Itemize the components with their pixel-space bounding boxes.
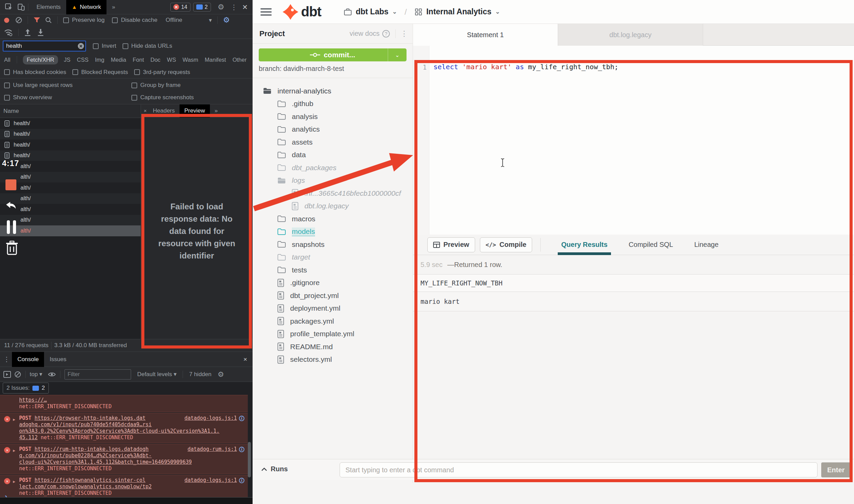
console-scrollbar[interactable]: [248, 442, 251, 477]
request-url-link[interactable]: https://fishtownanalytics.sinter-col: [34, 477, 145, 483]
type-filter-img[interactable]: Img: [94, 55, 105, 64]
source-link[interactable]: datadog-rum.js:1: [188, 446, 237, 453]
console-error-entry[interactable]: https://…net::ERR_INTERNET_DISCONNECTED: [0, 395, 248, 412]
request-row[interactable]: alth/: [0, 161, 141, 172]
tree-item-deployment-yml[interactable]: deployment.yml: [253, 302, 413, 315]
request-url-link[interactable]: adoghq.com/v1/input/pub740de5f405dcdaa9……: [19, 421, 152, 428]
results-column-header[interactable]: MY_LIFE_RIGHT_NOW_TBH: [413, 275, 854, 292]
request-row[interactable]: alth/: [0, 215, 141, 226]
close-drawer-icon[interactable]: ×: [243, 356, 247, 363]
tree-item-selectors-yml[interactable]: selectors.yml: [253, 353, 413, 366]
request-row[interactable]: health/: [0, 139, 141, 150]
request-url-link[interactable]: on%3A3.0.2%2Cenv%3Aprod%2Cservice%3Adbt-…: [19, 428, 219, 434]
dbt-command-input[interactable]: [340, 462, 817, 477]
type-filter-manifest[interactable]: Manifest: [204, 55, 227, 64]
settings-gear-icon[interactable]: ⚙: [218, 3, 225, 12]
info-icon[interactable]: i: [239, 447, 244, 452]
tree-item--nf-3665c416bfecb1000000cf[interactable]: .nf...3665c416bfecb1000000cf: [253, 187, 413, 200]
type-filter-all[interactable]: All: [3, 55, 11, 64]
clear-filter-icon[interactable]: ✕: [78, 43, 84, 49]
record-icon[interactable]: [4, 18, 9, 23]
tab-elements[interactable]: Elements: [31, 0, 66, 14]
tree-item-packages-yml[interactable]: packages.yml: [253, 315, 413, 328]
tree-item-macros[interactable]: macros: [253, 212, 413, 225]
project-kebab-icon[interactable]: ⋮: [395, 29, 408, 38]
issues-count-badge[interactable]: 2: [193, 3, 211, 12]
tree-item-dbt-log-legacy[interactable]: dbt.log.legacy: [253, 200, 413, 213]
console-sidebar-icon[interactable]: [3, 371, 11, 378]
filter-icon[interactable]: [33, 17, 40, 23]
request-url-link[interactable]: https://rum-http-intake.logs.datadogh: [34, 446, 148, 452]
tree-item-analysis[interactable]: analysis: [253, 110, 413, 123]
request-url-link[interactable]: 45.112: [19, 434, 38, 441]
kebab-menu-icon[interactable]: ⋮: [230, 3, 237, 11]
recorder-pause-button[interactable]: [7, 220, 16, 234]
request-row[interactable]: alth/: [0, 172, 141, 183]
tree-item-internal-analytics[interactable]: internal-analytics: [253, 85, 413, 98]
request-url-link[interactable]: lect.com/com.snowplowanalytics.snowplow/…: [19, 484, 152, 490]
throttling-dropdown[interactable]: Offline: [166, 17, 182, 24]
view-docs-link[interactable]: view docs: [350, 30, 380, 38]
more-detail-tabs-chevron[interactable]: »: [210, 104, 223, 117]
recorder-stop-button[interactable]: [5, 179, 16, 190]
commit-button[interactable]: commit... ⌄: [259, 48, 407, 61]
type-filter-fetchxhr[interactable]: Fetch/XHR: [23, 55, 58, 64]
network-conditions-gear-icon[interactable]: ⚙: [223, 16, 230, 25]
preserve-log-checkbox[interactable]: Preserve log: [63, 17, 104, 24]
log-levels-dropdown[interactable]: Default levels ▾: [137, 371, 176, 378]
recorder-trash-button[interactable]: [5, 241, 18, 256]
throttle-wifi-icon[interactable]: [4, 28, 13, 36]
export-har-icon[interactable]: [37, 29, 44, 36]
more-tabs-chevron[interactable]: »: [106, 0, 120, 14]
type-filter-css[interactable]: CSS: [76, 55, 89, 64]
third-party-requests-checkbox[interactable]: 3rd-party requests: [134, 69, 190, 76]
disclosure-triangle-icon[interactable]: ▶: [13, 478, 15, 485]
source-link[interactable]: datadog-logs.js:1: [184, 415, 237, 421]
type-filter-js[interactable]: JS: [63, 55, 71, 64]
group-by-frame-checkbox[interactable]: Group by frame: [131, 82, 181, 89]
sql-editor[interactable]: 1 select 'mario kart' as my_life_right_n…: [413, 46, 854, 258]
tab-issues[interactable]: Issues: [44, 352, 72, 367]
request-row[interactable]: health/: [0, 150, 141, 161]
type-filter-media[interactable]: Media: [110, 55, 127, 64]
tree-item-profile-template-yml[interactable]: profile_template.yml: [253, 328, 413, 341]
info-icon[interactable]: i: [239, 478, 244, 483]
request-row[interactable]: alth/: [0, 204, 141, 215]
request-row[interactable]: alth/: [0, 225, 141, 236]
runs-toggle[interactable]: Runs: [261, 465, 288, 473]
type-filter-other[interactable]: Other: [232, 55, 247, 64]
invert-checkbox[interactable]: Invert: [93, 43, 116, 49]
hide-data-urls-checkbox[interactable]: Hide data URLs: [123, 43, 172, 49]
preview-button[interactable]: Preview: [427, 237, 475, 252]
tree-item-data[interactable]: data: [253, 149, 413, 162]
request-url-link[interactable]: https://browser-http-intake.logs.dat: [34, 415, 145, 421]
type-filter-ws[interactable]: WS: [166, 55, 177, 64]
tab-statement-1[interactable]: Statement 1: [413, 24, 558, 46]
tab-console[interactable]: Console: [12, 352, 44, 367]
context-selector[interactable]: top ▾: [30, 371, 42, 378]
request-url-link[interactable]: https://…: [19, 397, 47, 403]
tab-query-results[interactable]: Query Results: [561, 235, 608, 255]
tab-dbt-log-legacy[interactable]: dbt.log.legacy: [558, 24, 703, 46]
close-devtools-icon[interactable]: ✕: [242, 3, 248, 11]
type-filter-doc[interactable]: Doc: [150, 55, 161, 64]
close-detail-icon[interactable]: ×: [144, 108, 147, 114]
tab-lineage[interactable]: Lineage: [694, 235, 718, 255]
hamburger-menu-icon[interactable]: [260, 6, 272, 17]
help-circle-icon[interactable]: ?: [382, 30, 390, 38]
request-row[interactable]: alth/: [0, 182, 141, 193]
tree-item-dbt-packages[interactable]: dbt_packages: [253, 161, 413, 174]
request-url-link[interactable]: cloud-ui%2Cversion%3A1.1.45.112&batch_ti…: [19, 459, 192, 465]
tab-headers[interactable]: Headers: [148, 104, 180, 117]
console-filter-input[interactable]: [65, 369, 131, 380]
disclosure-triangle-icon[interactable]: ▶: [13, 447, 15, 454]
tree-item-models[interactable]: models: [253, 225, 413, 238]
project-selector[interactable]: Internal Analytics ⌄: [414, 7, 500, 16]
results-row[interactable]: mario kart: [413, 292, 854, 311]
has-blocked-cookies-checkbox[interactable]: Has blocked cookies: [4, 69, 66, 76]
blocked-requests-checkbox[interactable]: Blocked Requests: [72, 69, 128, 76]
request-url-link[interactable]: q.com/v1/input/pube02284…d%2Cservice%3Ad…: [19, 453, 152, 459]
request-row[interactable]: health/: [0, 118, 141, 129]
issues-summary[interactable]: 2 Issues: 2: [3, 383, 49, 394]
compile-button[interactable]: </> Compile: [480, 237, 532, 252]
